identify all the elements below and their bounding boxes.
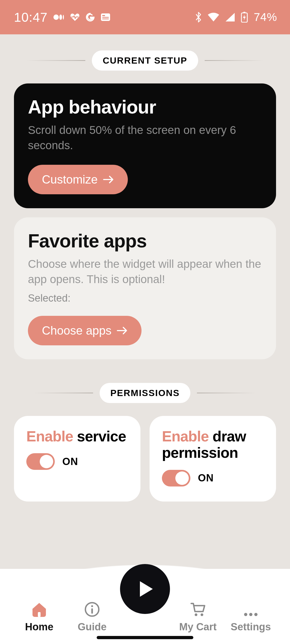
nav-home[interactable]: Home <box>15 602 63 633</box>
more-icon <box>242 612 259 617</box>
toggle-knob <box>40 455 53 468</box>
svg-rect-6 <box>102 19 109 19</box>
enable-draw-state: ON <box>198 472 214 484</box>
section-header-setup: CURRENT SETUP <box>14 50 276 71</box>
favorite-apps-subtitle: Choose where the widget will appear when… <box>28 257 262 287</box>
bottom-navigation: Home Guide My Cart Settings <box>0 558 290 644</box>
permissions-row: Enable service ON Enable draw permission… <box>14 416 276 502</box>
favorite-apps-title: Favorite apps <box>28 230 262 252</box>
enable-draw-toggle[interactable] <box>162 470 190 486</box>
enable-service-toggle[interactable] <box>26 453 55 470</box>
heart-rate-icon <box>70 13 80 21</box>
divider-right <box>205 60 264 61</box>
toggle-knob <box>175 471 189 485</box>
svg-point-13 <box>195 613 197 616</box>
cell-signal-icon <box>225 13 235 22</box>
customize-button-label: Customize <box>42 173 98 186</box>
svg-rect-5 <box>102 17 109 18</box>
wifi-icon <box>208 13 219 22</box>
svg-rect-9 <box>38 612 41 617</box>
battery-icon <box>241 12 248 23</box>
svg-point-14 <box>201 613 203 616</box>
status-time: 10:47 <box>14 10 48 25</box>
svg-point-11 <box>91 605 93 607</box>
app-behaviour-card: App behaviour Scroll down 50% of the scr… <box>14 83 276 208</box>
enable-draw-card: Enable draw permission ON <box>150 416 276 502</box>
divider-right <box>197 393 256 393</box>
nav-settings-label: Settings <box>231 621 271 633</box>
status-bar-right: 74% <box>195 11 277 24</box>
nav-home-label: Home <box>25 621 53 633</box>
play-fab[interactable] <box>120 564 170 614</box>
info-icon <box>84 601 100 617</box>
play-icon <box>136 580 154 598</box>
section-label: PERMISSIONS <box>100 383 190 403</box>
app-behaviour-title: App behaviour <box>28 96 262 118</box>
section-header-permissions: PERMISSIONS <box>14 383 276 403</box>
arrow-right-icon <box>103 175 114 184</box>
svg-rect-12 <box>91 608 93 614</box>
app-behaviour-subtitle: Scroll down 50% of the screen on every 6… <box>28 123 262 153</box>
nav-guide[interactable]: Guide <box>68 601 116 633</box>
svg-point-17 <box>254 613 258 616</box>
cart-icon <box>190 601 206 617</box>
google-g-icon <box>86 13 95 22</box>
svg-point-2 <box>63 15 64 20</box>
status-bar: 10:47 <box>0 0 290 34</box>
home-icon <box>31 602 47 617</box>
svg-point-0 <box>53 14 59 20</box>
choose-apps-button-label: Choose apps <box>42 324 111 337</box>
enable-draw-title: Enable draw permission <box>162 428 264 461</box>
google-news-icon <box>101 13 110 21</box>
enable-service-state: ON <box>62 456 78 467</box>
screen: 10:47 <box>0 0 290 644</box>
battery-percentage: 74% <box>254 11 277 24</box>
status-bar-left: 10:47 <box>14 10 110 25</box>
svg-rect-8 <box>243 12 245 13</box>
nav-cart[interactable]: My Cart <box>174 601 222 633</box>
customize-button[interactable]: Customize <box>28 165 128 194</box>
svg-rect-4 <box>102 15 105 16</box>
bluetooth-icon <box>195 12 202 23</box>
svg-point-15 <box>244 613 247 616</box>
arrow-right-icon <box>117 327 128 335</box>
medium-icon <box>53 14 64 20</box>
nav-guide-label: Guide <box>78 621 107 633</box>
favorite-apps-card: Favorite apps Choose where the widget wi… <box>14 217 276 359</box>
svg-point-1 <box>59 14 62 20</box>
enable-service-card: Enable service ON <box>14 416 140 502</box>
svg-point-16 <box>249 613 252 616</box>
favorite-selected-label: Selected: <box>28 292 262 304</box>
enable-service-title: Enable service <box>26 428 128 445</box>
nav-settings[interactable]: Settings <box>227 612 275 633</box>
enable-draw-toggle-row: ON <box>162 470 264 486</box>
enable-service-toggle-row: ON <box>26 453 128 470</box>
choose-apps-button[interactable]: Choose apps <box>28 316 142 345</box>
nav-cart-label: My Cart <box>179 621 216 633</box>
divider-left <box>34 393 93 393</box>
divider-left <box>26 60 85 61</box>
section-label: CURRENT SETUP <box>92 50 198 71</box>
